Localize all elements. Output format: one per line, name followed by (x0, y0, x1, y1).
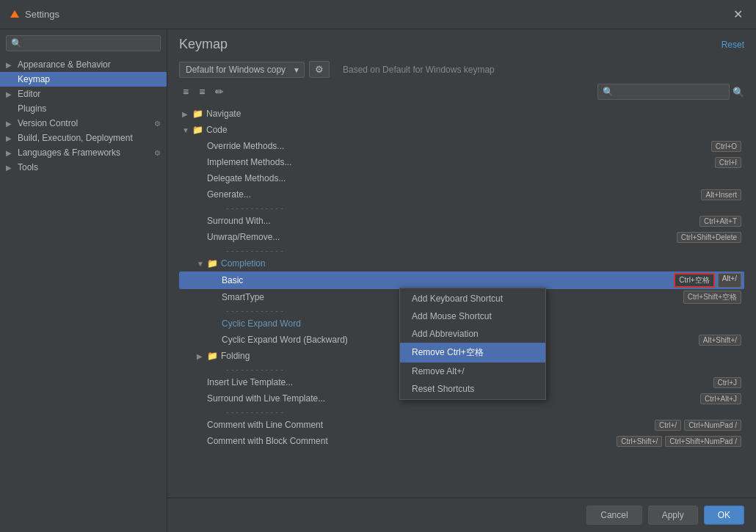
row-label: Unwrap/Remove... (207, 232, 671, 242)
shortcut-badge: Ctrl+Alt+J (700, 393, 741, 404)
ctx-remove-ctrl[interactable]: Remove Ctrl+空格 (400, 343, 545, 362)
ok-button[interactable]: OK (704, 506, 744, 525)
tree-row-unwrap[interactable]: Unwrap/Remove... Ctrl+Shift+Delete (179, 229, 744, 245)
row-label: Code (206, 125, 741, 135)
row-label: Override Methods... (207, 141, 705, 151)
context-menu: Add Keyboard Shortcut Add Mouse Shortcut… (399, 288, 546, 400)
shortcut-badge: Ctrl+J (713, 377, 741, 388)
tree-row-comment-line[interactable]: Comment with Line Comment Ctrl+/ Ctrl+Nu… (179, 417, 744, 433)
ctx-add-abbreviation[interactable]: Add Abbreviation (400, 325, 545, 343)
shortcut-badge: Ctrl+Shift+NumPad / (665, 436, 741, 447)
sidebar-item-build[interactable]: ▶ Build, Execution, Deployment (0, 131, 167, 145)
keymap-info-text: Based on Default for Windows keymap (343, 65, 495, 75)
expand-icon: ▼ (182, 126, 191, 134)
collapse-all-button[interactable]: ≡ (195, 84, 208, 99)
separator-text: - - - - - - - - - - - - (226, 407, 283, 416)
row-label: Basic (222, 275, 668, 285)
tree-row-implement[interactable]: Implement Methods... Ctrl+I (179, 154, 744, 170)
tree-row-surround[interactable]: Surround With... Ctrl+Alt+T (179, 213, 744, 229)
edit-shortcut-button[interactable]: ✏ (211, 84, 228, 99)
ctx-add-mouse[interactable]: Add Mouse Shortcut (400, 307, 545, 325)
expand-icon: ▶ (6, 61, 15, 69)
sidebar-item-label: Plugins (18, 103, 46, 114)
sidebar-item-label: Editor (18, 89, 40, 99)
keymap-header: Keymap Reset (167, 29, 756, 58)
shortcut-badge: Ctrl+NumPad / (684, 420, 741, 431)
shortcut-badge: Ctrl+Shift+/ (617, 436, 662, 447)
search-right: 🔍 (597, 84, 744, 100)
row-shortcuts: Ctrl+Alt+J (700, 393, 741, 404)
tree-row-comment-block[interactable]: Comment with Block Comment Ctrl+Shift+/ … (179, 433, 744, 449)
ctx-reset-shortcuts[interactable]: Reset Shortcuts (400, 380, 545, 398)
ctx-add-keyboard[interactable]: Add Keyboard Shortcut (400, 290, 545, 307)
tree-row-code[interactable]: ▼ 📁 Code (179, 122, 744, 138)
expand-icon: ▶ (197, 352, 206, 360)
tree-toolbar: ≡ ≡ ✏ 🔍 (167, 81, 756, 103)
row-label: Comment with Block Comment (207, 436, 611, 446)
row-label: Delegate Methods... (207, 173, 741, 183)
sidebar-search-input[interactable] (6, 35, 161, 51)
folder-icon: 📁 (192, 125, 203, 135)
row-shortcuts: Ctrl+Shift+Delete (677, 232, 741, 243)
keymap-reset-button[interactable]: Reset (722, 40, 744, 50)
sidebar-item-languages[interactable]: ▶ Languages & Frameworks ⚙ (0, 145, 167, 160)
keymap-title: Keymap (179, 37, 228, 52)
ctx-remove-alt[interactable]: Remove Alt+/ (400, 362, 545, 380)
row-shortcuts: Ctrl+/ Ctrl+NumPad / (655, 420, 741, 431)
row-shortcuts: Alt+Insert (701, 189, 741, 200)
separator-text: - - - - - - - - - - - - (226, 203, 283, 212)
tree-row-navigate[interactable]: ▶ 📁 Navigate (179, 106, 744, 122)
title-bar: Settings ✕ (0, 0, 756, 29)
tree-row-generate[interactable]: Generate... Alt+Insert (179, 186, 744, 203)
row-label: Implement Methods... (207, 157, 709, 167)
sidebar-item-appearance[interactable]: ▶ Appearance & Behavior (0, 57, 167, 72)
shortcut-badge: Ctrl+Alt+T (699, 216, 741, 227)
sidebar-item-editor[interactable]: ▶ Editor (0, 87, 167, 101)
row-label: Comment with Line Comment (207, 420, 649, 430)
apply-button[interactable]: Apply (648, 506, 698, 525)
expand-icon: ▶ (182, 110, 191, 118)
vc-icon: ⚙ (154, 120, 161, 128)
folder-icon: 📁 (207, 351, 218, 361)
sidebar-item-plugins[interactable]: Plugins (0, 101, 167, 116)
find-button[interactable]: 🔍 (733, 87, 744, 98)
tree-row-completion[interactable]: ▼ 📁 Completion (179, 255, 744, 272)
close-button[interactable]: ✕ (729, 6, 747, 23)
row-shortcuts: Ctrl+J (713, 377, 741, 388)
row-label: Generate... (207, 189, 695, 200)
keymap-selector-wrap: Default for Windows copy Default for Win… (179, 61, 330, 78)
window-title: Settings (25, 9, 729, 20)
separator-row: - - - - - - - - - - - - (179, 203, 744, 213)
folder-icon: 📁 (207, 258, 218, 269)
expand-icon: ▶ (6, 90, 15, 98)
expand-all-button[interactable]: ≡ (179, 84, 192, 99)
sidebar-item-label: Tools (18, 162, 38, 172)
expand-icon: ▶ (6, 149, 15, 157)
separator-text: - - - - - - - - - - - - (226, 365, 283, 374)
keymap-select-wrap: Default for Windows copy Default for Win… (179, 62, 305, 78)
sidebar-item-tools[interactable]: ▶ Tools (0, 160, 167, 175)
sidebar-item-keymap[interactable]: Keymap (0, 72, 167, 87)
sidebar-item-label: Keymap (18, 74, 50, 84)
shortcut-badge: Alt+Insert (701, 189, 741, 200)
expand-icon: ▶ (6, 134, 15, 142)
keymap-select[interactable]: Default for Windows copy Default for Win… (179, 62, 305, 78)
sidebar: ▶ Appearance & Behavior Keymap ▶ Editor … (0, 29, 167, 532)
row-shortcuts: Ctrl+O (711, 141, 741, 152)
keymap-toolbar: Default for Windows copy Default for Win… (167, 58, 756, 81)
tree-row-delegate[interactable]: Delegate Methods... (179, 170, 744, 186)
sidebar-item-version-control[interactable]: ▶ Version Control ⚙ (0, 116, 167, 131)
tree-row-override[interactable]: Override Methods... Ctrl+O (179, 138, 744, 154)
sidebar-item-label: Appearance & Behavior (18, 59, 111, 70)
right-panel: Keymap Reset Default for Windows copy De… (167, 29, 756, 532)
shortcut-badge: Ctrl+Shift+Delete (677, 232, 741, 243)
shortcut-badge-alt: Alt+/ (718, 273, 741, 288)
cancel-button[interactable]: Cancel (586, 506, 641, 525)
gear-button[interactable]: ⚙ (309, 61, 330, 78)
row-shortcuts: Ctrl+Alt+T (699, 216, 741, 227)
main-content: ▶ Appearance & Behavior Keymap ▶ Editor … (0, 29, 756, 532)
tree-search-input[interactable] (597, 84, 730, 100)
bottom-bar: Cancel Apply OK (167, 498, 756, 532)
tree-row-basic[interactable]: Basic Ctrl+空格 Alt+/ Add Keyboard Shortcu… (179, 272, 744, 289)
shortcut-badge: Ctrl+Shift+空格 (683, 291, 741, 304)
